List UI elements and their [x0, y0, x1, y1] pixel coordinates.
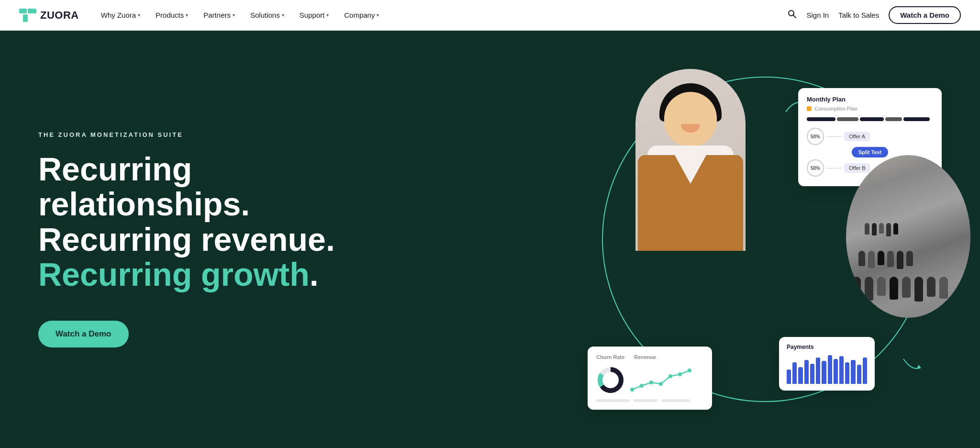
payment-bar [792, 362, 797, 384]
payment-bar [834, 359, 838, 384]
chevron-down-icon: ▾ [233, 12, 235, 18]
chevron-down-icon: ▾ [282, 12, 284, 18]
svg-point-17 [688, 369, 691, 372]
revenue-line-chart [630, 366, 703, 394]
chevron-down-icon: ▾ [138, 12, 140, 18]
hero-visual: Monthly Plan Consumption Plan 50% Offer … [549, 31, 980, 448]
svg-point-14 [659, 382, 663, 386]
nav-item-products[interactable]: Products ▾ [149, 7, 195, 23]
payments-bars [787, 355, 867, 384]
plan-offer-a: Offer A [844, 132, 870, 141]
payment-bar [787, 370, 791, 384]
svg-line-4 [793, 15, 796, 18]
chevron-down-icon: ▾ [326, 12, 329, 18]
payment-bar [863, 358, 867, 384]
payments-card-title: Payments [787, 344, 867, 350]
svg-point-11 [630, 388, 634, 392]
svg-rect-2 [23, 14, 28, 22]
churn-rate-label: Churn Rate [596, 354, 624, 360]
payment-bar [839, 356, 844, 384]
hero-line2: Recurring revenue. [38, 221, 335, 258]
svg-rect-0 [19, 9, 27, 13]
hero-line1: Recurring relationships. [38, 151, 250, 222]
svg-point-15 [668, 374, 672, 378]
revenue-label: Revenue [634, 354, 656, 360]
person-photo [635, 69, 746, 251]
nav-item-why-zuora[interactable]: Why Zuora ▾ [94, 7, 147, 23]
plan-pct-a: 50% [807, 128, 824, 145]
navbar: ZUORA Why Zuora ▾ Products ▾ Partners ▾ … [0, 0, 980, 31]
hero-section: THE ZUORA MONETIZATION SUITE Recurring r… [0, 31, 980, 448]
payment-bar [810, 364, 814, 384]
plan-dot-icon [807, 106, 812, 111]
search-icon[interactable] [787, 9, 797, 21]
arrow-icon [902, 358, 922, 372]
logo[interactable]: ZUORA [19, 9, 79, 22]
payment-bar [857, 365, 861, 384]
nav-item-partners[interactable]: Partners ▾ [197, 7, 242, 23]
plan-pct-b: 50% [807, 159, 824, 177]
payment-bar [828, 355, 832, 384]
logo-icon [19, 9, 36, 22]
svg-point-16 [678, 372, 682, 376]
hero-eyebrow: THE ZUORA MONETIZATION SUITE [38, 131, 345, 138]
svg-point-13 [649, 381, 653, 384]
nav-item-support[interactable]: Support ▾ [293, 7, 336, 23]
watch-demo-nav-button[interactable]: Watch a Demo [889, 6, 961, 24]
analytics-footer [596, 399, 703, 402]
chevron-down-icon: ▾ [377, 12, 379, 18]
chevron-down-icon: ▾ [186, 12, 188, 18]
crowd-photo [846, 155, 970, 318]
analytics-chart [596, 366, 703, 394]
donut-chart [596, 366, 625, 394]
svg-rect-1 [28, 9, 36, 13]
plan-bars [807, 117, 933, 121]
logo-text: ZUORA [40, 9, 79, 22]
plan-row-a: 50% Offer A [807, 128, 933, 145]
hero-content: THE ZUORA MONETIZATION SUITE Recurring r… [0, 93, 345, 386]
hero-heading: Recurring relationships. Recurring reven… [38, 152, 345, 292]
sign-in-link[interactable]: Sign In [806, 11, 829, 19]
nav-item-solutions[interactable]: Solutions ▾ [244, 7, 291, 23]
nav-right: Sign In Talk to Sales Watch a Demo [787, 6, 961, 24]
payments-card: Payments [779, 337, 875, 391]
hero-line3-accent: Recurring growth [38, 256, 310, 292]
payment-bar [798, 367, 802, 384]
plan-card-subtitle: Consumption Plan [807, 106, 933, 112]
talk-to-sales-link[interactable]: Talk to Sales [838, 11, 879, 19]
payment-bar [804, 360, 809, 384]
hero-watch-demo-button[interactable]: Watch a Demo [38, 321, 129, 347]
payment-bar [816, 358, 820, 384]
nav-item-company[interactable]: Company ▾ [337, 7, 386, 23]
payment-bar [822, 361, 826, 384]
plan-card-title: Monthly Plan [807, 96, 933, 103]
svg-point-12 [640, 384, 644, 388]
analytics-card: Churn Rate Revenue [588, 347, 712, 410]
payment-bar [851, 360, 855, 384]
payment-bar [845, 362, 849, 384]
hero-line3-period: . [310, 256, 319, 292]
nav-links: Why Zuora ▾ Products ▾ Partners ▾ Soluti… [94, 7, 788, 23]
